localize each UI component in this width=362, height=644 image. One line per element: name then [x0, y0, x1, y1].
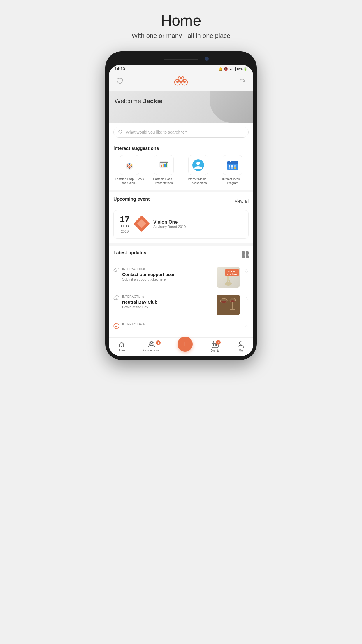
update-item-1[interactable]: INTERACT Hub Contact our support team Su…	[113, 264, 249, 291]
svg-point-41	[225, 282, 232, 286]
svg-rect-34	[229, 165, 230, 167]
suggestion-item-speaker[interactable]: Interact Medic... Speaker bios	[182, 155, 214, 185]
grid-cell-1	[242, 251, 245, 255]
events-badge: 1	[216, 340, 221, 345]
svg-rect-71	[215, 344, 216, 346]
svg-point-59	[230, 300, 235, 302]
suggestion-item-program[interactable]: Interact Medic... Program	[217, 155, 249, 185]
svg-point-63	[149, 343, 151, 345]
suggestion-item-tools[interactable]: Eastside Hosp... Tools and Calcu...	[113, 155, 145, 185]
suggestion-label-tools: Eastside Hosp... Tools and Calcu...	[113, 177, 145, 185]
svg-point-4	[183, 80, 186, 83]
latest-updates-header: Latest updates	[113, 250, 249, 260]
main-content: Interact suggestions	[109, 141, 253, 335]
heart-icon-2[interactable]: ♡	[245, 295, 249, 302]
view-all-link[interactable]: View all	[235, 199, 249, 204]
check-circle-icon	[113, 323, 119, 329]
phone-screen: 14:13 🔔 🔇 ▲ ▐ 84%🔋	[109, 65, 253, 356]
search-bar[interactable]: What would you like to search for?	[113, 127, 249, 138]
nav-connections-label: Connections	[143, 349, 160, 352]
upcoming-event-header: Upcoming event View all	[113, 197, 249, 206]
thumb-badge-1: supportover here	[225, 269, 239, 276]
suggestion-icon-tools	[120, 155, 139, 175]
nav-add-button[interactable]: +	[178, 337, 193, 352]
suggestions-title: Interact suggestions	[113, 146, 249, 151]
banner-bg	[210, 91, 253, 123]
svg-rect-37	[229, 167, 230, 169]
nav-events[interactable]: 1 Events	[210, 341, 219, 352]
svg-rect-62	[121, 346, 122, 347]
nav-me-label: Me	[239, 349, 243, 352]
suggestion-icon-program	[223, 155, 242, 175]
heart-icon-1[interactable]: ♡	[245, 267, 249, 274]
event-month: FEB	[121, 224, 129, 228]
svg-rect-25	[166, 163, 167, 167]
latest-updates-section: Latest updates	[109, 246, 253, 335]
svg-point-64	[152, 343, 154, 345]
suggestions-grid: Eastside Hosp... Tools and Calcu...	[113, 155, 249, 185]
svg-rect-31	[227, 163, 238, 164]
svg-point-60	[114, 323, 119, 329]
wine-image	[217, 295, 240, 315]
status-icons: 🔔 🔇 ▲ ▐ 84%🔋	[219, 67, 247, 71]
heart-icon[interactable]	[115, 76, 125, 87]
svg-rect-51	[217, 295, 240, 315]
svg-rect-70	[213, 344, 214, 346]
update-item-3[interactable]: INTERACT Hub ♡	[113, 319, 249, 330]
search-icon	[118, 130, 123, 134]
update-title-2: Neutral Bay Club	[122, 299, 214, 305]
grid-cell-3	[242, 256, 245, 259]
heart-icon-3[interactable]: ♡	[245, 323, 249, 329]
nav-home-label: Home	[118, 349, 126, 352]
svg-point-15	[129, 166, 130, 167]
svg-rect-39	[234, 167, 236, 169]
event-name: Vision One	[153, 220, 244, 225]
suggestion-icon-presentations	[154, 155, 174, 175]
status-time: 14:13	[115, 66, 125, 71]
svg-rect-22	[161, 165, 162, 167]
event-info: Vision One Advisory Board 2019	[153, 220, 244, 229]
nav-home[interactable]: Home	[118, 341, 126, 352]
update-body-3: INTERACT Hub	[122, 323, 240, 327]
suggestion-label-speaker: Interact Medic... Speaker bios	[182, 177, 214, 185]
svg-rect-72	[216, 344, 217, 346]
welcome-prefix: Welcome	[115, 97, 143, 105]
svg-point-3	[176, 80, 179, 83]
mute-icon: 🔇	[224, 67, 228, 71]
event-card[interactable]: 17 FEB 2019 Vision One Advisory Board 20…	[113, 210, 249, 239]
home-nav-icon	[118, 341, 125, 348]
update-left-2	[113, 295, 119, 301]
app-logo	[173, 76, 189, 87]
battery-icon: 84%🔋	[237, 67, 247, 71]
wifi-icon: ▲	[229, 67, 232, 71]
page-title: Home	[161, 12, 201, 29]
me-nav-icon	[237, 341, 244, 348]
connections-nav-icon	[148, 341, 155, 348]
cloud-icon-2	[113, 295, 119, 301]
update-desc-1: Submit a support ticket here	[122, 277, 214, 281]
update-thumb-1: supportover here	[217, 267, 240, 288]
nav-me[interactable]: Me	[237, 341, 244, 352]
app-header	[109, 73, 253, 91]
page-subtitle: With one or many - all in one place	[132, 32, 231, 40]
add-icon: +	[183, 340, 187, 348]
suggestions-section: Interact suggestions	[109, 141, 253, 190]
grid-view-icon[interactable]	[242, 251, 249, 258]
update-source-3: INTERACT Hub	[122, 323, 240, 326]
suggestion-icon-speaker	[188, 155, 208, 175]
svg-line-7	[122, 133, 123, 134]
search-placeholder: What would you like to search for?	[126, 130, 188, 134]
update-left-3	[113, 323, 119, 329]
cloud-icon-1	[113, 268, 119, 274]
search-container: What would you like to search for?	[109, 123, 253, 141]
nav-connections[interactable]: 1 Connections	[143, 341, 160, 352]
svg-point-18	[131, 164, 132, 166]
grid-cell-4	[246, 256, 249, 259]
svg-rect-36	[234, 165, 236, 167]
welcome-banner: Welcome Jackie	[109, 91, 253, 123]
suggestion-item-presentations[interactable]: Eastside Hosp... Presentations	[148, 155, 180, 185]
signal-icon: ▐	[233, 67, 236, 71]
refresh-icon[interactable]	[237, 76, 247, 87]
update-item-2[interactable]: INTERACTions Neutral Bay Club Bowls at t…	[113, 291, 249, 319]
event-year: 2019	[121, 230, 129, 234]
